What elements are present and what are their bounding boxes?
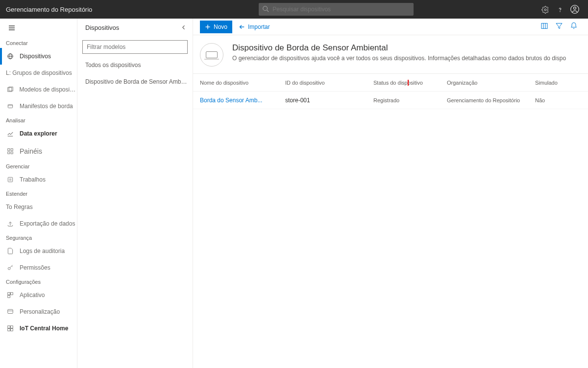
- nav-logs[interactable]: Logs de auditoria: [0, 243, 77, 259]
- svg-point-25: [8, 267, 10, 270]
- nav-aplicativo[interactable]: Aplicativo: [0, 287, 77, 303]
- col-status[interactable]: Status do dispositivo: [373, 80, 447, 86]
- device-org-cell: Gerenciamento do Repositório: [447, 97, 535, 103]
- key-icon: [6, 263, 15, 272]
- collapse-icon[interactable]: [181, 23, 187, 32]
- nav-iot-home[interactable]: IoT Central Home: [0, 320, 77, 337]
- dashboard-icon: [6, 147, 15, 156]
- section-seguranca: Segurança: [0, 232, 77, 243]
- svg-point-0: [263, 6, 268, 11]
- filter-icon[interactable]: [552, 22, 566, 32]
- nav-modelos[interactable]: Modelos de dispositivo: [0, 81, 77, 98]
- nav-dispositivos[interactable]: Dispositivos: [0, 48, 77, 65]
- col-org[interactable]: Organização: [447, 80, 535, 86]
- page-title: Dispositivo de Borda de Sensor Ambiental: [232, 43, 566, 53]
- col-id[interactable]: ID do dispositivo: [285, 80, 373, 86]
- help-icon[interactable]: [553, 5, 567, 14]
- chart-icon: [6, 129, 15, 138]
- filter-models-input[interactable]: [82, 40, 188, 54]
- app-title: Gerenciamento do Repositório: [6, 6, 92, 13]
- nav-permissoes[interactable]: Permissões: [0, 259, 77, 276]
- template-icon: [6, 85, 14, 94]
- svg-rect-28: [8, 293, 10, 295]
- svg-point-5: [574, 7, 576, 9]
- svg-rect-20: [11, 152, 13, 154]
- nav-regras[interactable]: To Regras: [0, 199, 77, 215]
- import-button[interactable]: Importar: [238, 21, 270, 33]
- nav-label: L: Grupos de dispositivos: [6, 69, 72, 76]
- section-config: Configurações: [0, 276, 77, 287]
- columns-icon[interactable]: [537, 22, 552, 32]
- device-name-link[interactable]: Borda do Sensor Amb...: [200, 97, 285, 104]
- svg-rect-21: [8, 177, 12, 182]
- svg-line-27: [12, 266, 13, 267]
- hamburger-icon[interactable]: [0, 19, 77, 37]
- nav-exportacao[interactable]: Exportação de dados: [0, 215, 77, 232]
- device-type-icon: [200, 43, 223, 67]
- new-button[interactable]: Novo: [200, 21, 232, 33]
- template-item[interactable]: Dispositivo de Borda de Sensor Ambiental: [77, 73, 193, 90]
- settings-icon[interactable]: [538, 5, 553, 14]
- nav-grupos[interactable]: L: Grupos de dispositivos: [0, 65, 77, 81]
- device-sim-cell: Não: [535, 97, 574, 103]
- nav-manifestos[interactable]: Manifestos de borda: [0, 98, 77, 115]
- col-status-label: Status do dispositivo: [373, 80, 423, 86]
- nav-label: Trabalhos: [20, 176, 46, 183]
- svg-rect-17: [8, 149, 10, 151]
- svg-rect-18: [11, 149, 13, 151]
- nav-label: Manifestos de borda: [20, 103, 73, 110]
- nav-label: Modelos de dispositivo: [19, 86, 77, 93]
- nav-label: To Regras: [6, 204, 33, 210]
- bell-icon[interactable]: [566, 22, 581, 32]
- svg-rect-29: [11, 293, 13, 295]
- table-row[interactable]: Borda do Sensor Amb... store-001 Registr…: [193, 92, 588, 109]
- main-content: Novo Importar Dispositivo de Borda de Se…: [193, 19, 588, 368]
- app-icon: [6, 291, 15, 299]
- col-sim[interactable]: Simulado: [535, 80, 574, 86]
- mid-title: Dispositivos: [85, 24, 119, 31]
- svg-rect-19: [8, 152, 10, 154]
- svg-rect-35: [8, 329, 10, 331]
- svg-marker-43: [556, 23, 562, 28]
- nav-label: Permissões: [20, 264, 50, 271]
- svg-rect-30: [8, 296, 10, 298]
- customize-icon: [6, 307, 15, 316]
- global-search[interactable]: [259, 3, 414, 16]
- device-id-cell: store-001: [285, 97, 373, 104]
- section-gerenciar: Gerenciar: [0, 161, 77, 171]
- audit-icon: [6, 247, 15, 255]
- nav-label: Logs de auditoria: [20, 248, 65, 254]
- page-description: O gerenciador de dispositivos ajuda você…: [232, 55, 566, 62]
- svg-line-1: [267, 10, 269, 12]
- nav-data-explorer[interactable]: Data explorer: [0, 125, 77, 142]
- import-button-label: Importar: [248, 23, 270, 30]
- table-header: Nome do dispositivo ID do dispositivo St…: [193, 74, 588, 92]
- device-status-cell: Registrado: [373, 97, 447, 103]
- section-estender: Estender: [0, 188, 77, 199]
- svg-rect-34: [11, 326, 13, 328]
- template-panel: Dispositivos Todos os dispositivos Dispo…: [77, 19, 193, 368]
- nav-label: Personalização: [20, 308, 60, 315]
- svg-rect-36: [11, 329, 13, 331]
- nav-personalizacao[interactable]: Personalização: [0, 303, 77, 320]
- nav-label: Painéis: [20, 147, 42, 155]
- left-sidebar: Conectar Dispositivos L: Grupos de dispo…: [0, 19, 77, 368]
- nav-label: Aplicativo: [20, 292, 45, 299]
- svg-rect-31: [8, 309, 13, 313]
- svg-point-3: [560, 11, 561, 12]
- section-conectar: Conectar: [0, 37, 77, 48]
- export-icon: [6, 219, 15, 228]
- manifest-icon: [6, 102, 15, 111]
- nav-label: Data explorer: [20, 130, 57, 137]
- svg-rect-40: [541, 23, 547, 28]
- svg-rect-33: [8, 326, 10, 328]
- nav-paineis[interactable]: Painéis: [0, 142, 77, 161]
- section-analisar: Analisar: [0, 115, 77, 125]
- globe-icon: [6, 52, 15, 61]
- col-name[interactable]: Nome do dispositivo: [200, 80, 285, 86]
- nav-trabalhos[interactable]: Trabalhos: [0, 171, 77, 188]
- account-icon[interactable]: [567, 4, 582, 14]
- all-devices-item[interactable]: Todos os dispositivos: [77, 57, 193, 73]
- jobs-icon: [6, 175, 15, 184]
- search-input[interactable]: [259, 3, 414, 16]
